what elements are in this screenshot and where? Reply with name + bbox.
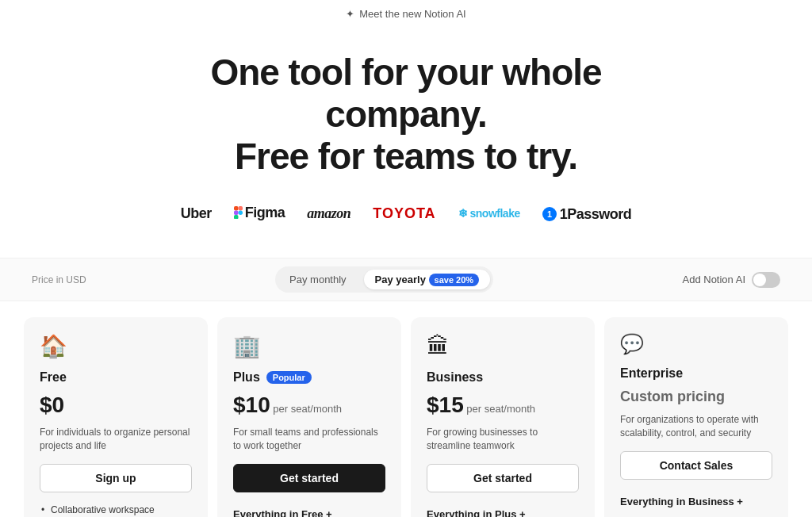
plan-icon-plus: 🏢 — [233, 333, 385, 359]
plan-price-enterprise: Custom pricing — [620, 389, 772, 405]
svg-rect-2 — [234, 211, 239, 216]
plan-name-free: Free — [40, 370, 67, 385]
top-banner: ✦ Meet the new Notion AI — [0, 0, 812, 28]
svg-rect-1 — [238, 206, 243, 211]
plan-name-row-plus: Plus Popular — [233, 370, 385, 385]
plan-icon-enterprise: 💬 — [620, 333, 772, 355]
plan-btn-free[interactable]: Sign up — [40, 464, 192, 492]
plan-icon-business: 🏛 — [427, 333, 579, 359]
plan-price-plus: $10 per seat/month — [233, 393, 385, 418]
plan-price-free: $0 — [40, 393, 192, 418]
plan-desc-free: For individuals to organize personal pro… — [40, 426, 192, 453]
billing-yearly[interactable]: Pay yearly save 20% — [364, 270, 491, 289]
plan-desc-enterprise: For organizations to operate with scalab… — [620, 413, 772, 440]
hero-section: One tool for your whole company. Free fo… — [0, 28, 812, 258]
plan-btn-business[interactable]: Get started — [427, 464, 579, 492]
feature-item: Collaborative workspace — [40, 504, 192, 517]
logo-snowflake: ❄ snowflake — [458, 207, 520, 220]
plan-btn-enterprise[interactable]: Contact Sales — [620, 451, 772, 480]
plan-icon-free: 🏠 — [40, 333, 192, 359]
plan-name-enterprise: Enterprise — [620, 366, 683, 381]
features-list-free: Collaborative workspaceIntegrate with Sl… — [40, 504, 192, 517]
plan-name-plus: Plus — [233, 370, 260, 385]
logo-figma: Figma — [234, 205, 285, 224]
banner-icon: ✦ — [346, 8, 354, 20]
plan-card-plus: 🏢 Plus Popular $10 per seat/month For sm… — [217, 317, 401, 517]
save-badge: save 20% — [429, 274, 480, 286]
svg-point-4 — [238, 211, 243, 216]
everything-label-enterprise: Everything in Business + — [620, 496, 772, 507]
plans-container: 🏠 Free $0 For individuals to organize pe… — [0, 301, 812, 517]
banner-link[interactable]: Meet the new Notion AI — [359, 8, 465, 20]
billing-monthly[interactable]: Pay monthly — [278, 270, 358, 289]
everything-label-plus: Everything in Free + — [233, 508, 385, 517]
plan-btn-plus[interactable]: Get started — [233, 464, 385, 492]
plan-card-enterprise: 💬 Enterprise Custom pricing For organiza… — [604, 317, 788, 517]
plan-card-business: 🏛 Business $15 per seat/month For growin… — [411, 317, 595, 517]
notion-ai-label: Add Notion AI — [683, 274, 746, 285]
notion-ai-toggle[interactable]: Add Notion AI — [683, 272, 781, 288]
popular-badge: Popular — [266, 371, 312, 384]
plan-name-row-free: Free — [40, 370, 192, 385]
plan-card-free: 🏠 Free $0 For individuals to organize pe… — [24, 317, 208, 517]
plan-name-row-enterprise: Enterprise — [620, 366, 772, 381]
plan-price-business: $15 per seat/month — [427, 393, 579, 418]
plan-desc-plus: For small teams and professionals to wor… — [233, 426, 385, 453]
everything-label-business: Everything in Plus + — [427, 508, 579, 517]
plan-desc-business: For growing businesses to streamline tea… — [427, 426, 579, 453]
logo-uber: Uber — [181, 205, 212, 222]
logo-amazon: amazon — [307, 205, 350, 222]
price-label: Price in USD — [32, 274, 86, 285]
logo-toyota: TOYOTA — [373, 205, 435, 222]
plan-name-row-business: Business — [427, 370, 579, 385]
toggle-switch[interactable] — [752, 272, 780, 288]
company-logos: Uber Figma amazon TOYOTA ❄ snowflake 1 1… — [16, 197, 796, 243]
logo-1password: 1 1Password — [542, 205, 632, 223]
plan-name-business: Business — [427, 370, 483, 385]
svg-rect-3 — [234, 215, 239, 219]
svg-rect-0 — [234, 206, 239, 211]
hero-headline: One tool for your whole company. Free fo… — [128, 52, 684, 178]
billing-section: Price in USD Pay monthly Pay yearly save… — [0, 258, 812, 301]
billing-toggle[interactable]: Pay monthly Pay yearly save 20% — [275, 266, 493, 293]
